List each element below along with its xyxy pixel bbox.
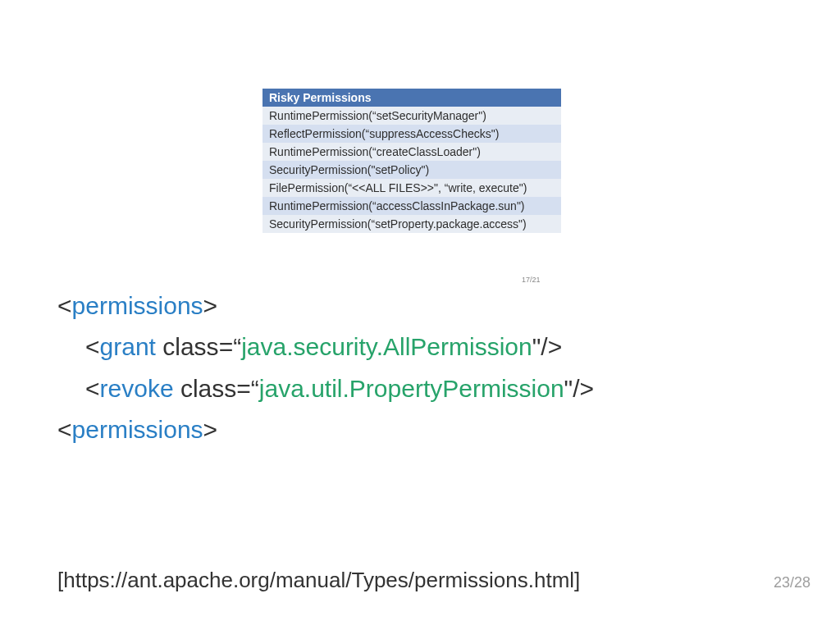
inset-page-number: 17/21 (522, 276, 541, 284)
code-line-close: <permissions> (57, 409, 594, 450)
table-header: Risky Permissions (262, 89, 561, 107)
perm-cell: RuntimePermission(“accessClassInPackage.… (262, 197, 561, 215)
table-row: FilePermission(“<<ALL FILES>>", “write, … (262, 179, 561, 197)
perm-cell: SecurityPermission(“setProperty.package.… (262, 215, 561, 233)
table-row: RuntimePermission(“accessClassInPackage.… (262, 197, 561, 215)
perm-cell: RuntimePermission(“createClassLoader") (262, 143, 561, 161)
table-row: ReflectPermission(“suppressAccessChecks"… (262, 125, 561, 143)
table-row: RuntimePermission(“setSecurityManager") (262, 107, 561, 125)
table-row: SecurityPermission(“setProperty.package.… (262, 215, 561, 233)
code-line-revoke: <revoke class=“java.util.PropertyPermiss… (57, 368, 594, 409)
xml-code-block: <permissions> <grant class=“java.securit… (57, 285, 594, 451)
code-line-open: <permissions> (57, 285, 594, 326)
perm-cell: RuntimePermission(“setSecurityManager") (262, 107, 561, 125)
perm-cell: FilePermission(“<<ALL FILES>>", “write, … (262, 179, 561, 197)
code-line-grant: <grant class=“java.security.AllPermissio… (57, 326, 594, 368)
slide: Risky Permissions RuntimePermission(“set… (0, 0, 840, 630)
perm-cell: ReflectPermission(“suppressAccessChecks"… (262, 125, 561, 143)
table-row: SecurityPermission("setPolicy") (262, 161, 561, 179)
reference-link: [https://ant.apache.org/manual/Types/per… (57, 568, 580, 593)
perm-cell: SecurityPermission("setPolicy") (262, 161, 561, 179)
risky-permissions-table: Risky Permissions RuntimePermission(“set… (262, 89, 561, 233)
table-row: RuntimePermission(“createClassLoader") (262, 143, 561, 161)
page-number: 23/28 (774, 574, 810, 591)
